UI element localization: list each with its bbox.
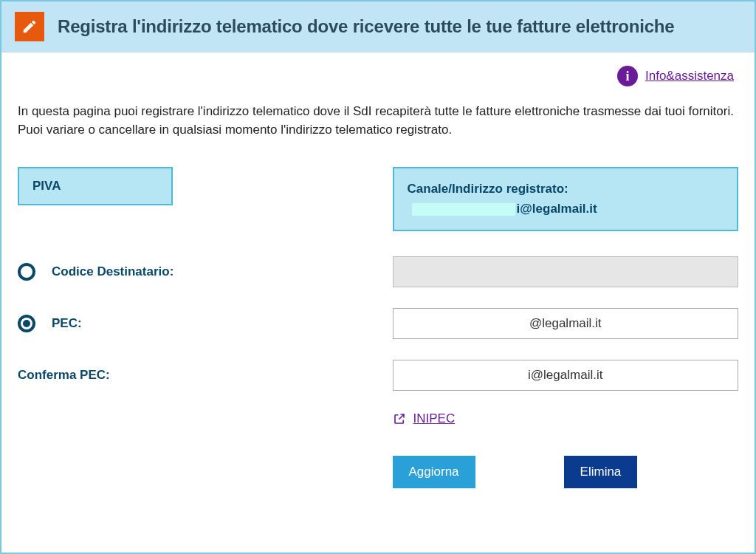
actions-row: Aggiorna Elimina — [393, 426, 738, 488]
help-link[interactable]: Info&assistenza — [645, 69, 734, 83]
piva-box: PIVA — [18, 167, 173, 205]
registered-value-suffix: i@legalmail.it — [517, 202, 597, 216]
codice-destinatario-input — [393, 256, 738, 287]
registered-channel-box: Canale/Indirizzo registrato: i@legalmail… — [393, 167, 738, 230]
codice-destinatario-label: Codice Destinatario: — [52, 264, 173, 279]
info-icon: i — [617, 66, 638, 86]
help-row: i Info&assistenza — [1, 52, 755, 86]
delete-button[interactable]: Elimina — [564, 456, 638, 488]
registration-card: Registra l'indirizzo telematico dove ric… — [0, 0, 756, 554]
inipec-link[interactable]: INIPEC — [413, 411, 456, 426]
header: Registra l'indirizzo telematico dove ric… — [1, 1, 755, 52]
registered-channel-value: i@legalmail.it — [408, 199, 602, 219]
piva-label: PIVA — [32, 179, 61, 193]
pec-input[interactable] — [393, 308, 738, 339]
row-conferma-pec: Conferma PEC: — [18, 360, 738, 391]
pencil-icon — [15, 12, 44, 41]
row-codice-destinatario: Codice Destinatario: — [18, 256, 738, 287]
radio-codice-destinatario[interactable] — [18, 263, 35, 281]
pec-label: PEC: — [52, 316, 82, 331]
row-pec: PEC: — [18, 308, 738, 339]
update-button[interactable]: Aggiorna — [393, 456, 475, 488]
form-area: Codice Destinatario: PEC: Conferma PEC: — [1, 231, 755, 488]
conferma-pec-label: Conferma PEC: — [18, 368, 110, 383]
row-inipec: INIPEC Aggiorna Elimina — [18, 411, 738, 488]
external-link-icon — [393, 412, 406, 425]
summary-row: PIVA Canale/Indirizzo registrato: i@lega… — [1, 146, 755, 230]
radio-pec[interactable] — [18, 315, 35, 332]
description-text: In questa pagina puoi registrare l'indir… — [1, 86, 755, 146]
redacted-prefix — [412, 203, 515, 216]
conferma-pec-input[interactable] — [393, 360, 738, 391]
registered-channel-label: Canale/Indirizzo registrato: — [408, 179, 724, 199]
page-title: Registra l'indirizzo telematico dove ric… — [58, 16, 674, 37]
